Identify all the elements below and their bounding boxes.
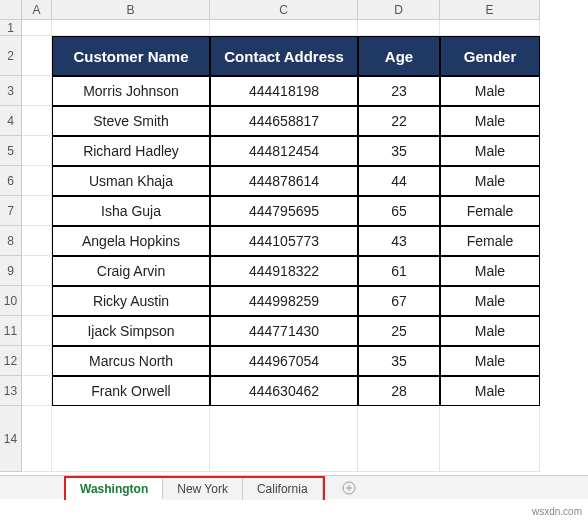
table-cell[interactable]: 444658817 — [210, 106, 358, 136]
add-sheet-button[interactable] — [335, 477, 363, 499]
row-header[interactable]: 6 — [0, 166, 22, 196]
table-cell[interactable]: Steve Smith — [52, 106, 210, 136]
cell[interactable] — [52, 20, 210, 36]
table-cell[interactable]: Isha Guja — [52, 196, 210, 226]
row-header[interactable]: 4 — [0, 106, 22, 136]
cell[interactable] — [22, 286, 52, 316]
col-header-d[interactable]: D — [358, 0, 440, 20]
cell[interactable] — [440, 20, 540, 36]
table-cell[interactable]: 444918322 — [210, 256, 358, 286]
table-cell[interactable]: 35 — [358, 346, 440, 376]
table-cell[interactable]: 67 — [358, 286, 440, 316]
table-cell[interactable]: Marcus North — [52, 346, 210, 376]
table-cell[interactable]: Richard Hadley — [52, 136, 210, 166]
select-all-corner[interactable] — [0, 0, 22, 20]
table-cell[interactable]: 44 — [358, 166, 440, 196]
table-cell[interactable]: Male — [440, 286, 540, 316]
cell[interactable] — [22, 406, 52, 472]
table-header-age[interactable]: Age — [358, 36, 440, 76]
table-cell[interactable]: Male — [440, 346, 540, 376]
row-header[interactable]: 13 — [0, 376, 22, 406]
cell[interactable] — [210, 406, 358, 472]
sheet-tab-washington[interactable]: Washington — [66, 478, 163, 500]
table-cell[interactable]: 444630462 — [210, 376, 358, 406]
table-header-contact[interactable]: Contact Address — [210, 36, 358, 76]
table-cell[interactable]: 444795695 — [210, 196, 358, 226]
row-header[interactable]: 7 — [0, 196, 22, 226]
table-cell[interactable]: Angela Hopkins — [52, 226, 210, 256]
table-cell[interactable]: 28 — [358, 376, 440, 406]
sheet-tab-newyork[interactable]: New York — [163, 478, 243, 500]
row-header[interactable]: 12 — [0, 346, 22, 376]
cell[interactable] — [22, 316, 52, 346]
table-cell[interactable]: 43 — [358, 226, 440, 256]
cell[interactable] — [22, 166, 52, 196]
cell[interactable] — [52, 406, 210, 472]
watermark-text: wsxdn.com — [532, 506, 582, 517]
row-header[interactable]: 10 — [0, 286, 22, 316]
col-header-e[interactable]: E — [440, 0, 540, 20]
table-cell[interactable]: 35 — [358, 136, 440, 166]
sheet-tabs-bar: Washington New York California — [0, 475, 588, 499]
cell[interactable] — [22, 36, 52, 76]
rows: 1 2 Customer Name Contact Address Age Ge… — [0, 20, 588, 472]
table-cell[interactable]: Ricky Austin — [52, 286, 210, 316]
col-header-a[interactable]: A — [22, 0, 52, 20]
tabs-highlight-box: Washington New York California — [64, 476, 325, 500]
table-cell[interactable]: 444418198 — [210, 76, 358, 106]
table-cell[interactable]: Frank Orwell — [52, 376, 210, 406]
sheet-tab-california[interactable]: California — [243, 478, 323, 500]
cell[interactable] — [22, 226, 52, 256]
table-cell[interactable]: Male — [440, 166, 540, 196]
row-header[interactable]: 9 — [0, 256, 22, 286]
table-cell[interactable]: Male — [440, 316, 540, 346]
table-cell[interactable]: Male — [440, 376, 540, 406]
column-headers: A B C D E — [22, 0, 540, 20]
table-cell[interactable]: 22 — [358, 106, 440, 136]
cell[interactable] — [358, 20, 440, 36]
table-cell[interactable]: Male — [440, 256, 540, 286]
table-cell[interactable]: Male — [440, 136, 540, 166]
cell[interactable] — [22, 76, 52, 106]
cell[interactable] — [440, 406, 540, 472]
col-header-b[interactable]: B — [52, 0, 210, 20]
plus-icon — [342, 481, 356, 495]
table-cell[interactable]: 444105773 — [210, 226, 358, 256]
table-cell[interactable]: 444998259 — [210, 286, 358, 316]
row-header[interactable]: 2 — [0, 36, 22, 76]
cell[interactable] — [358, 406, 440, 472]
row-header[interactable]: 1 — [0, 20, 22, 36]
table-header-gender[interactable]: Gender — [440, 36, 540, 76]
row-header[interactable]: 8 — [0, 226, 22, 256]
row-header[interactable]: 11 — [0, 316, 22, 346]
row-header[interactable]: 5 — [0, 136, 22, 166]
table-cell[interactable]: 444967054 — [210, 346, 358, 376]
table-cell[interactable]: Morris Johnson — [52, 76, 210, 106]
table-cell[interactable]: 444878614 — [210, 166, 358, 196]
table-cell[interactable]: 444812454 — [210, 136, 358, 166]
table-cell[interactable]: Female — [440, 196, 540, 226]
table-cell[interactable]: Male — [440, 106, 540, 136]
row-header[interactable]: 14 — [0, 406, 22, 472]
table-cell[interactable]: Craig Arvin — [52, 256, 210, 286]
table-cell[interactable]: 23 — [358, 76, 440, 106]
cell[interactable] — [22, 376, 52, 406]
table-cell[interactable]: 61 — [358, 256, 440, 286]
col-header-c[interactable]: C — [210, 0, 358, 20]
table-cell[interactable]: 444771430 — [210, 316, 358, 346]
table-cell[interactable]: Ijack Simpson — [52, 316, 210, 346]
cell[interactable] — [22, 20, 52, 36]
row-header[interactable]: 3 — [0, 76, 22, 106]
cell[interactable] — [210, 20, 358, 36]
table-header-name[interactable]: Customer Name — [52, 36, 210, 76]
table-cell[interactable]: Female — [440, 226, 540, 256]
cell[interactable] — [22, 196, 52, 226]
cell[interactable] — [22, 136, 52, 166]
table-cell[interactable]: Usman Khaja — [52, 166, 210, 196]
cell[interactable] — [22, 106, 52, 136]
cell[interactable] — [22, 346, 52, 376]
cell[interactable] — [22, 256, 52, 286]
table-cell[interactable]: Male — [440, 76, 540, 106]
table-cell[interactable]: 25 — [358, 316, 440, 346]
table-cell[interactable]: 65 — [358, 196, 440, 226]
